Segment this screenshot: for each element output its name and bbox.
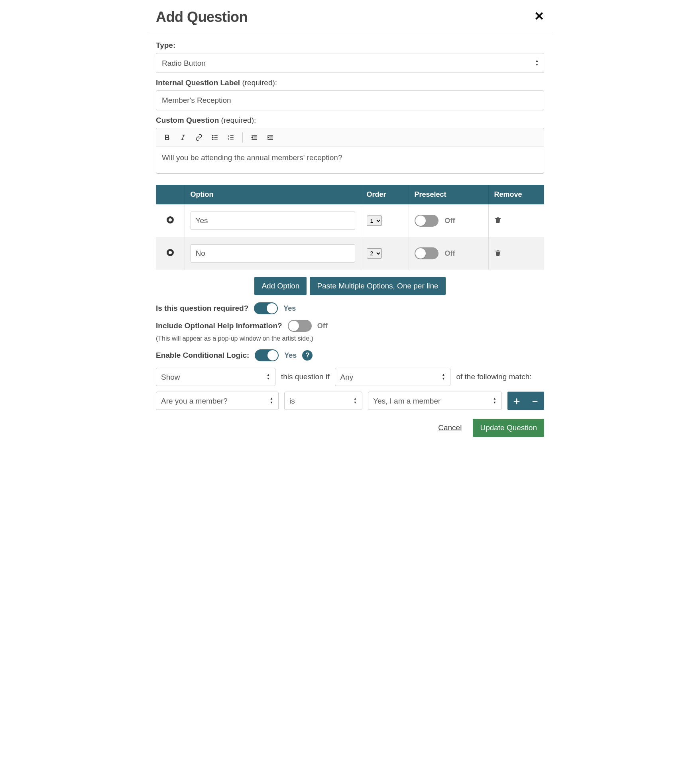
table-row: 2 Off — [156, 237, 544, 270]
conditional-toggle-label: Yes — [284, 351, 297, 360]
conditional-label: Enable Conditional Logic: — [156, 351, 249, 360]
help-info-row: Include Optional Help Information? Off — [156, 320, 544, 332]
modal-title: Add Question — [156, 9, 248, 25]
option-order-select[interactable]: 1 — [367, 216, 382, 226]
svg-point-4 — [212, 137, 213, 138]
internal-label-group: Internal Question Label (required): — [156, 78, 544, 110]
help-icon[interactable]: ? — [302, 350, 313, 361]
logic-match-select[interactable]: Any — [335, 368, 450, 386]
preselect-toggle[interactable] — [415, 215, 438, 227]
type-label: Type: — [156, 41, 544, 50]
custom-question-label-suffix: (required): — [219, 116, 256, 124]
options-table: Option Order Preselect Remove 1 Off — [156, 185, 544, 270]
logic-value-select[interactable]: Yes, I am a member — [368, 392, 502, 410]
custom-question-label-text: Custom Question — [156, 116, 219, 124]
bold-icon[interactable] — [160, 131, 174, 144]
custom-question-label: Custom Question (required): — [156, 116, 544, 125]
svg-point-5 — [212, 139, 213, 139]
options-header-order: Order — [361, 185, 409, 204]
options-table-body: 1 Off 2 O — [156, 204, 544, 270]
preselect-toggle-label: Off — [445, 249, 455, 258]
help-info-toggle-label: Off — [317, 322, 328, 330]
logic-field-select[interactable]: Are you a member? — [156, 392, 279, 410]
type-group: Type: Radio Button — [156, 41, 544, 73]
svg-point-3 — [212, 135, 213, 136]
add-question-modal: Add Question ✕ Type: Radio Button Intern… — [147, 0, 553, 449]
options-header-remove: Remove — [488, 185, 544, 204]
paste-options-button[interactable]: Paste Multiple Options, One per line — [310, 277, 445, 295]
options-table-head: Option Order Preselect Remove — [156, 185, 544, 204]
required-toggle-label: Yes — [283, 304, 296, 313]
table-row: 1 Off — [156, 204, 544, 237]
logic-text-2: of the following match: — [456, 372, 531, 381]
required-label: Is this question required? — [156, 304, 248, 313]
required-row: Is this question required? Yes — [156, 302, 544, 314]
type-select-wrap: Radio Button — [156, 53, 544, 73]
trash-icon[interactable] — [494, 249, 501, 257]
italic-icon[interactable] — [176, 131, 190, 144]
svg-line-2 — [182, 135, 184, 140]
logic-text-1: this question if — [281, 372, 329, 381]
add-rule-icon[interactable]: ＋ — [507, 392, 526, 410]
custom-question-input[interactable]: Will you be attending the annual members… — [156, 147, 544, 173]
logic-action-select[interactable]: Show — [156, 368, 275, 386]
trash-icon[interactable] — [494, 216, 501, 224]
help-info-toggle[interactable] — [288, 320, 312, 332]
logic-sentence-row: Show this question if Any of the followi… — [156, 368, 544, 386]
svg-text:1: 1 — [228, 135, 230, 137]
rte-toolbar: 12 — [156, 128, 544, 147]
logic-op-select[interactable]: is — [284, 392, 362, 410]
options-header-preselect: Preselect — [409, 185, 488, 204]
update-question-button[interactable]: Update Question — [473, 419, 544, 437]
rich-text-editor: 12 Will you be attending the annual memb… — [156, 128, 544, 174]
options-header-option: Option — [185, 185, 361, 204]
radio-icon — [167, 216, 174, 223]
add-option-button[interactable]: Add Option — [254, 277, 307, 295]
internal-label: Internal Question Label (required): — [156, 78, 544, 87]
close-icon[interactable]: ✕ — [534, 9, 544, 22]
preselect-toggle[interactable] — [415, 247, 438, 259]
help-info-label: Include Optional Help Information? — [156, 321, 282, 330]
type-select[interactable]: Radio Button — [156, 53, 544, 73]
svg-text:2: 2 — [228, 138, 230, 140]
options-header-blank — [156, 185, 185, 204]
help-info-hint: (This will appear as a pop-up window on … — [156, 335, 544, 342]
option-value-input[interactable] — [191, 244, 355, 263]
internal-label-input[interactable] — [156, 90, 544, 110]
modal-footer: Cancel Update Question — [156, 419, 544, 437]
conditional-row: Enable Conditional Logic: Yes ? — [156, 349, 544, 361]
indent-icon[interactable] — [263, 131, 277, 144]
option-buttons-row: Add Option Paste Multiple Options, One p… — [156, 277, 544, 295]
internal-label-suffix: (required): — [240, 78, 277, 87]
toolbar-separator — [242, 132, 243, 143]
radio-icon — [167, 249, 174, 256]
option-order-select[interactable]: 2 — [367, 248, 382, 259]
logic-rule-row: Are you a member? is Yes, I am a member … — [156, 392, 544, 410]
link-icon[interactable] — [192, 131, 206, 144]
numbered-list-icon[interactable]: 12 — [224, 131, 238, 144]
conditional-toggle[interactable] — [255, 349, 279, 361]
modal-body: Type: Radio Button Internal Question Lab… — [147, 32, 553, 437]
modal-header: Add Question ✕ — [147, 0, 553, 32]
custom-question-group: Custom Question (required): 12 Will you … — [156, 116, 544, 174]
internal-label-text: Internal Question Label — [156, 78, 240, 87]
bullet-list-icon[interactable] — [208, 131, 222, 144]
remove-rule-icon[interactable]: － — [526, 392, 544, 410]
cancel-button[interactable]: Cancel — [438, 423, 462, 432]
logic-add-remove: ＋ － — [507, 392, 544, 410]
option-value-input[interactable] — [191, 212, 355, 230]
required-toggle[interactable] — [254, 302, 278, 314]
outdent-icon[interactable] — [248, 131, 261, 144]
preselect-toggle-label: Off — [445, 217, 455, 225]
